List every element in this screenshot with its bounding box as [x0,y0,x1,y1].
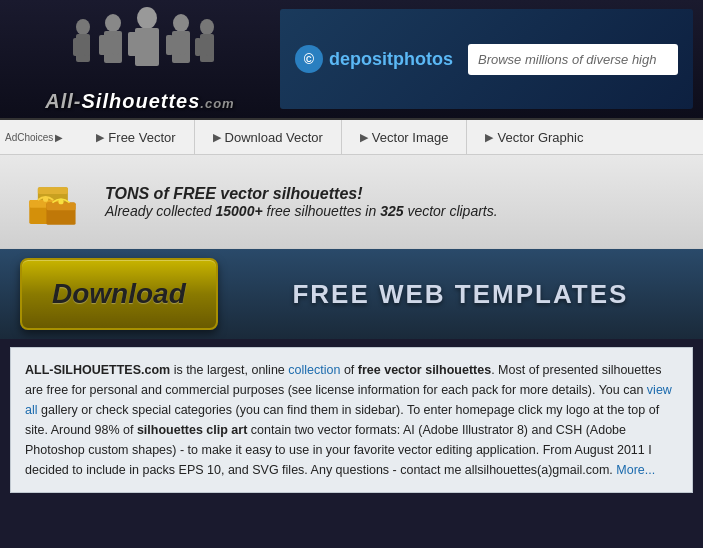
download-button[interactable]: Download [20,258,218,330]
nav-vector-image[interactable]: ▶ Vector Image [342,120,468,154]
svg-rect-3 [84,38,90,56]
logo-area[interactable]: All-Silhouettes.com [10,4,270,114]
svg-point-26 [43,197,48,202]
nav-bar: AdChoices ▶ ▶ Free Vector ▶ Download Vec… [0,120,703,155]
nav-arrow-3: ▶ [360,131,368,144]
promo-banner: TONS of FREE vector silhouettes! Already… [0,155,703,249]
promo-subline: Already collected 15000+ free silhouette… [105,203,498,219]
depositphotos-logo: © depositphotos [295,45,453,73]
more-link[interactable]: More... [616,463,655,477]
svg-rect-10 [128,32,137,56]
collection-link[interactable]: collection [288,363,340,377]
logo-text: All-Silhouettes.com [45,90,234,113]
svg-rect-6 [99,35,106,55]
ad-choices[interactable]: AdChoices ▶ [5,132,63,143]
svg-point-4 [105,14,121,32]
nav-download-vector[interactable]: ▶ Download Vector [195,120,342,154]
deposit-name: depositphotos [329,49,453,70]
nav-arrow-4: ▶ [485,131,493,144]
nav-arrow-2: ▶ [213,131,221,144]
description-block: ALL-SILHOUETTES.com is the largest, onli… [10,347,693,493]
promo-headline: TONS of FREE vector silhouettes! [105,185,498,203]
promo-text-block: TONS of FREE vector silhouettes! Already… [105,185,498,219]
ad-choices-arrow: ▶ [55,132,63,143]
ad-header-banner[interactable]: © depositphotos Browse millions of diver… [280,9,693,109]
svg-rect-11 [147,32,156,56]
svg-point-16 [200,19,214,35]
svg-rect-14 [166,35,173,55]
site-name: ALL-SILHOUETTES.com [25,363,170,377]
svg-point-27 [58,199,63,204]
header: All-Silhouettes.com © depositphotos Brow… [0,0,703,120]
svg-rect-15 [179,35,186,55]
svg-rect-18 [195,38,201,56]
cta-banner: Download FREE WEB TEMPLATES [0,249,703,339]
svg-point-12 [173,14,189,32]
svg-rect-19 [206,38,212,56]
nav-free-vector[interactable]: ▶ Free Vector [78,120,194,154]
boxes-icon [20,170,90,233]
svg-rect-7 [112,35,119,55]
svg-rect-21 [38,187,68,194]
silhouette-figures [65,5,215,85]
deposit-icon: © [295,45,323,73]
svg-point-8 [137,7,157,29]
nav-arrow-1: ▶ [96,131,104,144]
svg-point-0 [76,19,90,35]
deposit-search-bar[interactable]: Browse millions of diverse high [468,44,678,75]
svg-rect-2 [73,38,79,56]
cta-right-text: FREE WEB TEMPLATES [218,279,703,310]
nav-vector-graphic[interactable]: ▶ Vector Graphic [467,120,601,154]
